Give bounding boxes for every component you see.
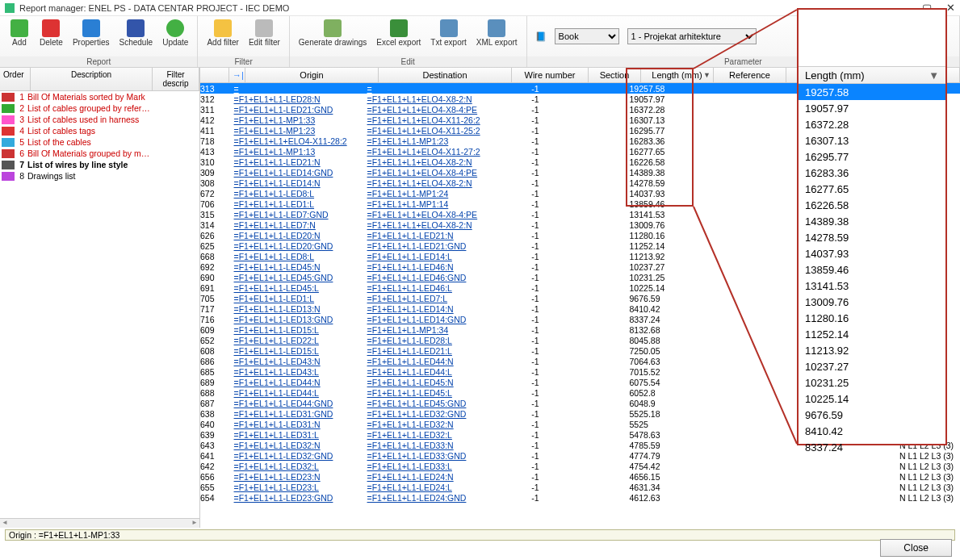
cell-destination[interactable]: =F1+EL1+L1-LED24:GND (364, 493, 497, 503)
zoom-row[interactable]: 19257.58 (799, 84, 945, 100)
cell-origin[interactable]: =F1+EL1+L1-LED20:N (231, 231, 364, 240)
cell-destination[interactable]: =F1+EL1+L1+ELO4-X8-4:PE (364, 210, 497, 219)
cell-origin[interactable]: =F1+EL1+L1-LED13:N (231, 304, 364, 314)
excel-export-button[interactable]: Excel export (371, 18, 426, 56)
xml-export-button[interactable]: XML export (472, 18, 522, 56)
cell-origin[interactable]: =F1+EL1+L1-LED23:L (231, 483, 364, 492)
cell-origin[interactable]: =F1+EL1+L1-LED8:L (231, 189, 364, 199)
cell-origin[interactable]: =F1+EL1+L1-LED31:N (231, 420, 364, 429)
cell-origin[interactable]: =F1+EL1+L1-LED14:N (231, 178, 364, 188)
cell-destination[interactable]: =F1+EL1+L1-LED7:L (364, 294, 497, 303)
cell-destination[interactable]: =F1+EL1+L1-MP1:34 (364, 325, 497, 335)
cell-destination[interactable]: =F1+EL1+L1-LED14:N (364, 304, 497, 314)
cell-origin[interactable]: =F1+EL1+L1-LED21:GND (231, 105, 364, 115)
cell-destination[interactable]: =F1+EL1+L1+ELO4-X8-4:PE (364, 168, 497, 178)
sidebar-header-order[interactable]: Order (0, 68, 31, 90)
cell-destination[interactable]: =F1+EL1+L1+ELO4-X11-26:2 (364, 115, 497, 125)
cell-destination[interactable]: =F1+EL1+L1+ELO4-X11-25:2 (364, 126, 497, 136)
cell-destination[interactable]: =F1+EL1+L1-MP1:24 (364, 189, 497, 199)
edit-filter-button[interactable]: Edit filter (244, 18, 285, 56)
cell-origin[interactable]: =F1+EL1+L1-LED44:GND (231, 399, 364, 408)
add-filter-button[interactable]: Add filter (202, 18, 243, 56)
report-list-item[interactable]: 6Bill Of Materials grouped by manuf... (0, 148, 199, 159)
cell-destination[interactable]: =F1+EL1+L1+ELO4-X11-27:2 (364, 147, 497, 157)
cell-destination[interactable]: =F1+EL1+L1-MP1:23 (364, 136, 497, 146)
cell-destination[interactable]: =F1+EL1+L1-LED45:N (364, 378, 497, 387)
report-list-item[interactable]: 8Drawings list (0, 170, 199, 182)
cell-destination[interactable]: =F1+EL1+L1-LED44:L (364, 367, 497, 377)
zoom-row[interactable]: 14278.59 (799, 229, 945, 245)
cell-origin[interactable]: =F1+EL1+L1-LED14:GND (231, 168, 364, 178)
cell-destination[interactable]: =F1+EL1+L1-LED32:L (364, 430, 497, 440)
sidebar-header-filter[interactable]: Filter descrip (153, 68, 199, 90)
cell-destination[interactable]: =F1+EL1+L1-LED33:N (364, 441, 497, 450)
cell-destination[interactable]: =F1+EL1+L1-LED14:L (364, 252, 497, 261)
zoom-row[interactable]: 14037.93 (799, 245, 945, 261)
cell-destination[interactable]: =F1+EL1+L1-LED28:L (364, 336, 497, 345)
cell-destination[interactable]: =F1+EL1+L1-LED45:GND (364, 399, 497, 408)
layout-select[interactable]: 1 - Projekat arhitekture (627, 28, 757, 44)
col-section[interactable]: Section (589, 68, 641, 82)
cell-origin[interactable]: =F1+EL1+L1-LED45:N (231, 262, 364, 272)
cell-origin[interactable]: =F1+EL1+L1-LED22:L (231, 336, 364, 345)
cell-origin[interactable]: =F1+EL1+L1-LED44:N (231, 378, 364, 387)
cell-origin[interactable]: =F1+EL1+L1-LED23:GND (231, 493, 364, 503)
cell-origin[interactable]: =F1+EL1+L1-LED45:GND (231, 273, 364, 282)
close-button[interactable]: ✕ (946, 2, 955, 14)
report-list-item[interactable]: 7List of wires by line style (0, 159, 199, 170)
zoom-row[interactable]: 10237.27 (799, 358, 945, 374)
sidebar-header-description[interactable]: Description (31, 68, 153, 90)
zoom-row[interactable]: 10231.25 (799, 374, 945, 391)
zoom-row[interactable]: 16226.58 (799, 197, 945, 213)
cell-origin[interactable]: =F1+EL1+L1-LED20:GND (231, 241, 364, 251)
report-list-item[interactable]: 4List of cables tags (0, 125, 199, 136)
cell-origin[interactable]: =F1+EL1+L1-MP1:33 (231, 115, 364, 125)
col-reference[interactable]: Reference (714, 68, 786, 82)
zoom-row[interactable]: 10225.14 (799, 391, 945, 407)
cell-destination[interactable]: =F1+EL1+L1+ELO4-X8-2:N (364, 94, 497, 104)
cell-destination[interactable]: =F1+EL1+L1+ELO4-X8-4:PE (364, 105, 497, 115)
cell-destination[interactable]: =F1+EL1+L1-LED21:L (364, 346, 497, 356)
cell-destination[interactable]: =F1+EL1+L1-LED46:L (364, 283, 497, 293)
txt-export-button[interactable]: Txt export (426, 18, 471, 56)
update-button[interactable]: Update (157, 18, 193, 56)
zoom-row[interactable]: 9676.59 (799, 407, 945, 423)
zoom-row[interactable]: 16277.65 (799, 181, 945, 197)
cell-origin[interactable]: =F1+EL1+L1-LED45:L (231, 283, 364, 293)
zoom-row[interactable]: 14389.38 (799, 213, 945, 229)
col-origin[interactable]: Origin (245, 68, 379, 82)
zoom-row[interactable]: 13009.76 (799, 294, 945, 310)
cell-origin[interactable]: =F1+EL1+L1-LED32:GND (231, 451, 364, 461)
cell-destination[interactable]: =F1+EL1+L1-LED24:L (364, 483, 497, 492)
cell-destination[interactable]: = (364, 84, 497, 94)
zoom-row[interactable]: 16283.36 (799, 165, 945, 181)
close-dialog-button[interactable]: Close (880, 539, 952, 557)
cell-origin[interactable]: =F1+EL1+L1-LED31:GND (231, 409, 364, 419)
cell-destination[interactable]: =F1+EL1+L1+ELO4-X8-2:N (364, 178, 497, 188)
zoom-row[interactable]: 16372.28 (799, 116, 945, 132)
book-select[interactable]: Book (555, 28, 619, 44)
cell-origin[interactable]: =F1+EL1+L1-MP1:23 (231, 126, 364, 136)
cell-destination[interactable]: =F1+EL1+L1-LED32:N (364, 420, 497, 429)
cell-origin[interactable]: =F1+EL1+L1-LED28:N (231, 94, 364, 104)
zoom-row[interactable]: 13141.53 (799, 278, 945, 294)
cell-destination[interactable]: =F1+EL1+L1-MP1:14 (364, 199, 497, 209)
col-length[interactable]: Length (mm)▼ (641, 68, 714, 82)
zoom-row[interactable]: 13859.46 (799, 261, 945, 278)
zoom-row[interactable]: 8410.42 (799, 423, 945, 439)
cell-destination[interactable]: =F1+EL1+L1-LED45:L (364, 388, 497, 398)
cell-origin[interactable]: =F1+EL1+L1+ELO4-X11-28:2 (231, 136, 364, 146)
cell-destination[interactable]: =F1+EL1+L1-LED21:N (364, 231, 497, 240)
report-list-item[interactable]: 3List of cables used in harness (0, 114, 199, 125)
properties-button[interactable]: Properties (68, 18, 115, 56)
report-list-item[interactable]: 2List of cables grouped by reference (0, 102, 199, 114)
col-destination[interactable]: Destination (379, 68, 512, 82)
zoom-row[interactable]: 16295.77 (799, 148, 945, 165)
table-row[interactable]: 655=F1+EL1+L1-LED23:L=F1+EL1+L1-LED24:L-… (200, 482, 960, 492)
cell-destination[interactable]: =F1+EL1+L1+ELO4-X8-2:N (364, 220, 497, 230)
table-row[interactable]: 656=F1+EL1+L1-LED23:N=F1+EL1+L1-LED24:N-… (200, 471, 960, 482)
zoom-row[interactable]: 19057.97 (799, 100, 945, 116)
generate-drawings-button[interactable]: Generate drawings (294, 18, 372, 56)
cell-origin[interactable]: =F1+EL1+L1-LED15:L (231, 325, 364, 335)
cell-destination[interactable]: =F1+EL1+L1+ELO4-X8-2:N (364, 157, 497, 167)
